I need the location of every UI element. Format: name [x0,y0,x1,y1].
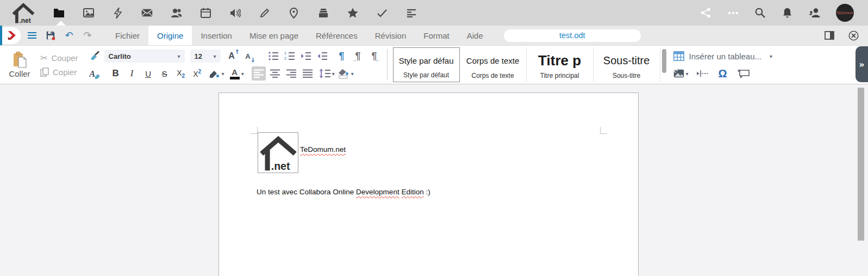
style-default[interactable]: Style par défau Style par défaut [393,47,460,82]
underline-button[interactable]: U [141,66,155,81]
clear-formatting-icon[interactable]: A [88,66,102,81]
app-maps-icon[interactable] [288,7,299,19]
bullet-list-icon[interactable] [266,49,280,63]
app-news-icon[interactable] [405,7,417,19]
insert-table-button[interactable]: Insérer un tableau... ▾ [673,49,772,63]
contacts-menu-icon[interactable] [809,7,820,19]
style-gallery: Style par défau Style par défaut Corps d… [393,47,660,82]
style-gallery-scrollbar[interactable] [662,47,667,82]
align-left-button[interactable] [252,66,266,81]
notifications-icon[interactable] [782,7,793,19]
menu-insertion[interactable]: Insertion [192,26,241,45]
font-size-combobox[interactable]: 12 ▾ [190,50,221,63]
app-photos-icon[interactable] [83,7,94,19]
insert-page-break-button[interactable] [695,66,709,81]
numbered-list-icon[interactable]: 12 [283,49,297,63]
app-audio-icon[interactable] [229,7,241,19]
expand-toolbar-flap[interactable]: » [855,46,868,82]
align-center-button[interactable] [268,66,282,81]
tedomum-house-icon: .net [259,134,297,172]
decrease-indent-icon[interactable] [315,49,329,63]
double-chevron-icon: » [859,59,864,70]
document-canvas[interactable]: .net TeDomum.net Un test avec Collabora … [0,85,868,276]
active-app-indicator [56,21,66,26]
app-contacts-icon[interactable] [171,7,182,19]
page-break-icon [696,69,708,78]
menu-revision[interactable]: Révision [366,26,415,45]
app-notes-icon[interactable] [259,7,270,19]
app-files-folder-icon[interactable] [53,7,65,19]
menu-items: Fichier Origine Insertion Mise en page R… [107,26,492,45]
clone-formatting-icon[interactable] [88,49,102,63]
font-color-button[interactable]: A ▾ [230,66,244,81]
misspelled-word: Development [356,188,399,196]
search-icon[interactable] [754,7,766,19]
tedomum-logo[interactable]: .net [0,0,47,26]
app-archive-icon[interactable] [317,7,329,19]
special-character-button[interactable]: Ω [716,66,730,81]
share-icon[interactable] [700,7,711,19]
more-icon[interactable] [727,7,739,19]
chevron-down-icon: ▾ [765,53,772,59]
image-caption-text[interactable]: TeDomum.net [300,145,346,154]
app-tasks-icon[interactable] [376,7,388,19]
save-icon[interactable] [43,28,58,42]
vertical-scrollbar[interactable] [858,88,864,241]
chevron-down-icon: ▾ [209,53,216,59]
redo-icon[interactable]: ↷ [80,28,95,42]
formatting-marks-icon[interactable]: ¶ [335,49,349,63]
svg-text:.net: .net [271,160,290,171]
collabora-logo[interactable] [2,27,21,44]
grow-font-button[interactable]: A↑ [227,49,241,63]
menu-references[interactable]: Références [307,26,366,45]
user-avatar[interactable]: ~TeDomum~ [836,4,854,22]
line-spacing-button[interactable]: ▾ [319,66,335,81]
chevron-down-icon: ▾ [240,71,244,77]
document-paragraph[interactable]: Un test avec Collabora Online Developmen… [257,188,430,196]
menu-origine[interactable]: Origine [148,26,192,45]
right-to-left-icon[interactable]: ¶ ← [367,49,382,63]
cut-label: Couper [51,53,78,63]
paste-button[interactable]: Coller [5,52,34,78]
menu-format[interactable]: Format [415,26,458,45]
undo-icon[interactable]: ↶ [62,28,76,42]
style-title[interactable]: Titre p Titre principal [527,47,594,82]
superscript-button[interactable]: X2 [190,66,204,81]
hamburger-menu-icon[interactable] [25,28,39,42]
document-page[interactable]: .net TeDomum.net Un test avec Collabora … [218,93,639,276]
clipboard-icon [13,52,27,68]
document-name: test.odt [559,31,585,40]
document-name-input[interactable]: test.odt [504,29,641,42]
app-favorites-icon[interactable] [347,7,358,19]
cut-button[interactable]: ✂ Couper [40,53,78,63]
increase-indent-icon[interactable] [299,49,313,63]
app-calendar-icon[interactable] [200,7,211,19]
insert-comment-button[interactable] [736,66,751,81]
app-activity-icon[interactable] [112,7,123,19]
italic-button[interactable]: I [125,66,139,81]
bold-button[interactable]: B [109,66,123,81]
toolbar-row-2: A B I U S X2 X2 ▾ A [88,66,382,81]
subscript-button[interactable]: X2 [174,66,188,81]
left-to-right-icon[interactable]: ¶ → [351,49,365,63]
menu-fichier[interactable]: Fichier [107,26,148,45]
document-embedded-image[interactable]: .net [258,132,298,173]
highlight-color-button[interactable]: ▾ [209,66,224,81]
shrink-font-button[interactable]: A↓ [243,49,258,63]
insert-image-button[interactable]: ▾ [673,66,689,81]
style-subtitle[interactable]: Sous-titre Sous-titre [594,47,660,82]
copy-button[interactable]: Copier [40,68,78,77]
style-body-text[interactable]: Corps de texte Corps de texte [460,47,527,82]
font-name-combobox[interactable]: Carlito ▾ [104,50,185,63]
justify-button[interactable] [301,66,315,81]
format-rows: Carlito ▾ 12 ▾ A↑ A↓ 12 [88,48,382,81]
background-color-button[interactable]: ▾ [337,66,354,81]
menu-aide[interactable]: Aide [458,26,492,45]
scissors-icon: ✂ [40,53,47,63]
close-document-icon[interactable] [846,28,860,42]
sidebar-toggle-icon[interactable] [822,28,836,42]
menu-mise-en-page[interactable]: Mise en page [241,26,307,45]
strikethrough-button[interactable]: S [158,66,172,81]
app-mail-icon[interactable] [141,7,153,19]
align-right-button[interactable] [284,66,298,81]
